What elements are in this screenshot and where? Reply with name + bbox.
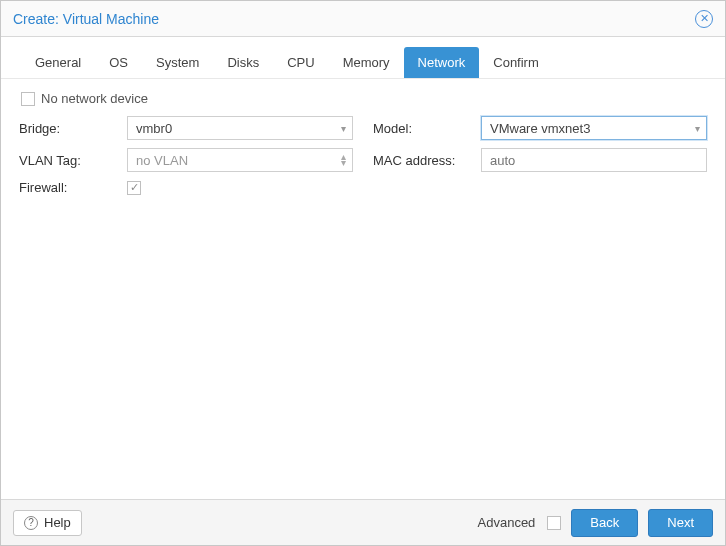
right-column: Model: VMware vmxnet3 ▾ MAC address: [373,116,707,195]
footer: ? Help Advanced Back Next [1,499,725,545]
vlan-placeholder: no VLAN [136,153,188,168]
chevron-down-icon: ▾ [695,123,700,134]
no-network-label: No network device [41,91,148,106]
tab-strip: General OS System Disks CPU Memory Netwo… [1,37,725,79]
tab-system[interactable]: System [142,47,213,78]
model-value: VMware vmxnet3 [490,121,590,136]
tab-content: No network device Bridge: vmbr0 ▾ VLAN T… [1,79,725,499]
form-grid: Bridge: vmbr0 ▾ VLAN Tag: no VLAN ▴▾ Fir… [19,116,707,195]
window-title: Create: Virtual Machine [13,11,159,27]
dialog-window: Create: Virtual Machine ✕ General OS Sys… [0,0,726,546]
tab-memory[interactable]: Memory [329,47,404,78]
firewall-label: Firewall: [19,180,121,195]
next-button[interactable]: Next [648,509,713,537]
close-icon: ✕ [700,13,709,24]
spinner-icon: ▴▾ [341,154,346,166]
advanced-checkbox[interactable] [547,516,561,530]
help-icon: ? [24,516,38,530]
close-button[interactable]: ✕ [695,10,713,28]
help-label: Help [44,515,71,530]
model-select[interactable]: VMware vmxnet3 ▾ [481,116,707,140]
mac-input[interactable] [481,148,707,172]
tab-disks[interactable]: Disks [213,47,273,78]
left-column: Bridge: vmbr0 ▾ VLAN Tag: no VLAN ▴▾ Fir… [19,116,353,195]
bridge-select[interactable]: vmbr0 ▾ [127,116,353,140]
tab-confirm[interactable]: Confirm [479,47,553,78]
model-row: Model: VMware vmxnet3 ▾ [373,116,707,140]
tab-general[interactable]: General [21,47,95,78]
tab-os[interactable]: OS [95,47,142,78]
mac-label: MAC address: [373,153,475,168]
next-label: Next [667,515,694,530]
bridge-value: vmbr0 [136,121,172,136]
titlebar: Create: Virtual Machine ✕ [1,1,725,37]
no-network-checkbox[interactable] [21,92,35,106]
advanced-label: Advanced [478,515,536,530]
model-label: Model: [373,121,475,136]
bridge-row: Bridge: vmbr0 ▾ [19,116,353,140]
back-label: Back [590,515,619,530]
tab-network[interactable]: Network [404,47,480,78]
firewall-row: Firewall: [19,180,353,195]
tab-cpu[interactable]: CPU [273,47,328,78]
no-network-row: No network device [19,91,707,106]
mac-field[interactable] [490,153,682,168]
back-button[interactable]: Back [571,509,638,537]
bridge-label: Bridge: [19,121,121,136]
vlan-input[interactable]: no VLAN ▴▾ [127,148,353,172]
firewall-checkbox[interactable] [127,181,141,195]
vlan-label: VLAN Tag: [19,153,121,168]
vlan-row: VLAN Tag: no VLAN ▴▾ [19,148,353,172]
mac-row: MAC address: [373,148,707,172]
help-button[interactable]: ? Help [13,510,82,536]
chevron-down-icon: ▾ [341,123,346,134]
